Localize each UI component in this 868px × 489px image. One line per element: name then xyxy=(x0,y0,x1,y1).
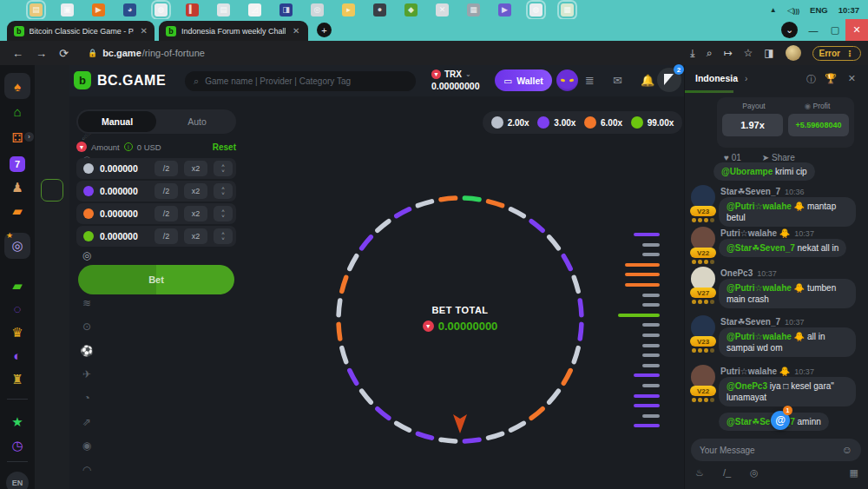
chat-message-bubble[interactable]: @Star☘Seven_7 nekat all in xyxy=(719,239,846,257)
hat-game-icon[interactable]: ◠ xyxy=(69,464,104,476)
bookmark-star-icon[interactable]: ☆ xyxy=(743,47,753,59)
chat-info-icon[interactable]: ⓘ xyxy=(806,73,816,86)
search-tool-icon[interactable]: ◎ xyxy=(311,3,324,17)
coins-game-icon[interactable]: ≋ xyxy=(69,297,104,309)
recent-clock-icon[interactable]: ◷ xyxy=(0,438,35,453)
like-button[interactable]: ♥ 01 xyxy=(724,153,741,162)
new-tab-button[interactable]: + xyxy=(317,23,332,37)
ball-game-icon[interactable]: ⚽ xyxy=(69,345,104,357)
share-icon[interactable]: ↦ xyxy=(723,47,732,59)
forward-icon[interactable]: → xyxy=(36,47,47,60)
double-bet-button[interactable]: x2 xyxy=(184,183,207,199)
reload-icon[interactable]: ⟳ xyxy=(59,47,69,60)
ring-of-fortune-icon[interactable]: ◎★ xyxy=(4,233,30,259)
maximize-button[interactable]: ▢ xyxy=(824,19,846,41)
mention-link[interactable]: @Putri☆walahe 🐥 xyxy=(727,202,805,211)
chat-close-icon[interactable]: ✕ xyxy=(848,73,856,84)
ring-of-fortune-active-icon[interactable]: ◎ xyxy=(69,249,104,261)
chat-message-bubble[interactable]: @Uborampe krimi cip xyxy=(713,162,815,181)
bell-icon[interactable]: 🔔 xyxy=(641,74,654,87)
slots-icon[interactable]: 7 xyxy=(10,156,25,172)
browser-profile-avatar[interactable] xyxy=(786,45,801,61)
double-bet-button[interactable]: x2 xyxy=(184,161,207,176)
install-icon[interactable]: ⤓ xyxy=(690,47,694,59)
taskbar-chevron-icon[interactable]: ▲ xyxy=(770,6,777,14)
half-bet-button[interactable]: /2 xyxy=(155,206,178,221)
media-classic-icon[interactable]: ▶ xyxy=(498,3,511,17)
half-bet-button[interactable]: /2 xyxy=(155,183,178,199)
eye-game-icon[interactable]: ◉ xyxy=(69,439,104,452)
multiplier-chip-3.00x[interactable]: 3.00x xyxy=(537,116,575,129)
amount-stepper[interactable]: ˄˅ xyxy=(214,183,233,199)
trophy-icon[interactable]: 🏆 xyxy=(825,73,837,84)
dictionary-icon[interactable]: ▍ xyxy=(186,3,199,17)
paint-app-icon[interactable]: ◿ xyxy=(248,3,261,17)
bet-amount-value[interactable]: 0.000000 xyxy=(100,163,148,174)
slash-commands-icon[interactable]: /_ xyxy=(723,467,731,479)
bonus-star-icon[interactable]: ★ xyxy=(0,414,35,430)
back-icon[interactable]: ← xyxy=(12,47,23,60)
chat-region-tab[interactable]: Indonesia xyxy=(695,73,738,83)
lottery-ticket-icon[interactable]: ▰ xyxy=(0,278,35,294)
url-field[interactable]: 🔒 bc.game/ring-of-fortune xyxy=(88,48,205,58)
amount-stepper[interactable]: ˄˅ xyxy=(214,206,233,221)
bcgame-logo[interactable]: b BC.GAME xyxy=(74,71,166,89)
mail-icon[interactable]: ✉ xyxy=(613,74,622,87)
expand-casino-chevron-icon[interactable]: › xyxy=(24,132,34,142)
browser-tab-1[interactable]: b Bitcoin Classic Dice Game - Play | ✕ xyxy=(7,21,155,41)
chat-username[interactable]: Putri☆walahe 🐥10:37 xyxy=(720,228,814,238)
gif-keyboard-icon[interactable]: ▦ xyxy=(850,467,858,479)
vip-crown-icon[interactable]: ♛ xyxy=(0,325,35,340)
chat-username[interactable]: Star☘Seven_710:36 xyxy=(720,187,805,196)
emoji-icon[interactable]: ☺ xyxy=(842,444,852,456)
dragon-app-icon[interactable]: ◆ xyxy=(404,3,418,17)
chat-username[interactable]: Star☘Seven_710:37 xyxy=(720,317,805,327)
half-bet-button[interactable]: /2 xyxy=(155,228,178,244)
file-explorer-icon[interactable]: ▤ xyxy=(30,3,43,17)
double-bet-button[interactable]: x2 xyxy=(184,228,207,244)
bonus-ring-icon[interactable]: ◌ xyxy=(0,301,35,316)
tab-close-icon[interactable]: ✕ xyxy=(141,26,148,36)
tournament-icon[interactable]: ♜ xyxy=(0,372,35,387)
game-search-input[interactable]: ⌕ Game name | Provider | Category Tag xyxy=(185,71,416,91)
excel-icon[interactable]: ▦ xyxy=(561,3,574,17)
casino-logo-icon[interactable]: ♠ xyxy=(4,73,30,99)
bet-amount-value[interactable]: 0.000000 xyxy=(100,208,148,219)
wallet-button[interactable]: ▭ Wallet xyxy=(495,69,552,91)
shared-bet-card[interactable]: Payout ◉ Profit 1.97x +5.59608040 xyxy=(717,97,854,148)
photo-editor-icon[interactable]: ◨ xyxy=(279,3,293,17)
multiplier-chip-6.00x[interactable]: 6.00x xyxy=(584,116,622,129)
double-bet-button[interactable]: x2 xyxy=(184,206,207,221)
pinwheel-app-icon[interactable]: ✕ xyxy=(436,3,449,17)
zoom-icon[interactable]: ⌕ xyxy=(707,47,713,59)
bet-amount-value[interactable]: 0.000000 xyxy=(100,186,148,196)
balance-display[interactable]: ▼ TRX ⌄ 0.00000000 xyxy=(431,69,492,91)
coin-flip-icon[interactable]: ◎ xyxy=(750,467,759,479)
tab-manual[interactable]: Manual xyxy=(78,111,156,132)
clipboard-icon[interactable]: ▤ xyxy=(217,3,230,17)
mention-link[interactable]: @Putri☆walahe 🐥 xyxy=(727,332,805,341)
reset-button[interactable]: Reset xyxy=(213,142,236,152)
bet-amount-value[interactable]: 0.000000 xyxy=(100,231,148,241)
rocket-game-icon[interactable]: ⇗ xyxy=(69,416,104,428)
amount-stepper[interactable]: ˄˅ xyxy=(214,228,233,244)
mention-link[interactable]: @Putri☆walahe 🐥 xyxy=(727,283,805,293)
home-icon[interactable]: ⌂ xyxy=(0,104,35,119)
media-player-icon[interactable]: ▶ xyxy=(92,3,105,17)
error-badge[interactable]: Error⋮ xyxy=(812,46,861,61)
taskbar-language[interactable]: ENG xyxy=(810,5,828,15)
tickets-icon[interactable]: ▰ xyxy=(0,203,35,219)
tab-search-chevron-button[interactable]: ⌄ xyxy=(781,22,798,38)
chat-message-bubble[interactable]: @Putri☆walahe 🐥 mantap betul xyxy=(719,197,856,227)
chevron-right-icon[interactable]: › xyxy=(745,74,747,83)
minimize-button[interactable]: — xyxy=(802,19,825,41)
browser-tab-2[interactable]: b Indonesia Forum weekly Challeng ✕ xyxy=(159,21,308,41)
volume-icon[interactable]: ◁))) xyxy=(787,5,799,15)
user-avatar[interactable] xyxy=(556,69,578,91)
photo-viewer-icon[interactable]: ▣ xyxy=(61,3,74,17)
taskbar-clock[interactable]: 10:37 xyxy=(838,5,859,15)
multiplier-chip-99.00x[interactable]: 99.00x xyxy=(631,116,674,129)
utility-app-icon[interactable]: ▦ xyxy=(467,3,480,17)
firefox-icon[interactable]: ◕ xyxy=(123,3,136,17)
chat-message-bubble[interactable]: @Putri☆walahe 🐥 tumben main crash xyxy=(719,279,856,308)
